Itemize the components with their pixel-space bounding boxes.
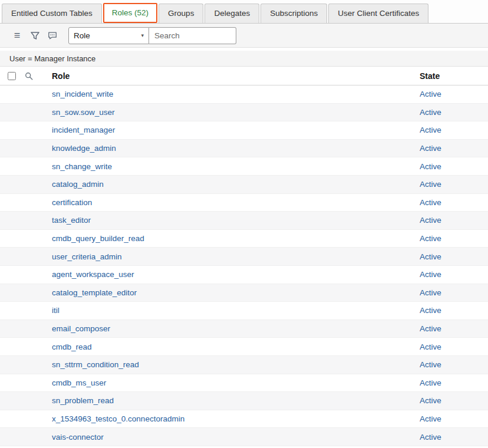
state-cell: Active bbox=[420, 90, 488, 98]
role-link[interactable]: sn_change_write bbox=[52, 162, 112, 171]
state-link[interactable]: Active bbox=[420, 180, 441, 189]
role-link[interactable]: agent_workspace_user bbox=[52, 270, 134, 279]
table-row: cmdb_read Active bbox=[0, 338, 488, 356]
role-cell: catalog_template_editor bbox=[46, 288, 420, 297]
table-row: x_1534963_testco_0.connectoradmin Active bbox=[0, 410, 488, 429]
role-cell: catalog_admin bbox=[46, 180, 420, 189]
funnel-icon bbox=[31, 31, 39, 40]
state-link[interactable]: Active bbox=[420, 144, 441, 153]
state-cell: Active bbox=[420, 378, 488, 387]
role-link[interactable]: sn_incident_write bbox=[52, 90, 113, 98]
role-cell: cmdb_read bbox=[46, 342, 420, 351]
search-column-select[interactable]: Role ▾ bbox=[68, 27, 149, 44]
state-link[interactable]: Active bbox=[420, 324, 441, 333]
role-cell: knowledge_admin bbox=[46, 144, 420, 153]
state-link[interactable]: Active bbox=[420, 342, 441, 351]
state-link[interactable]: Active bbox=[420, 288, 441, 297]
column-header-role[interactable]: Role bbox=[46, 71, 420, 81]
role-link[interactable]: task_editor bbox=[52, 216, 91, 225]
state-cell: Active bbox=[420, 306, 488, 315]
state-cell: Active bbox=[420, 108, 488, 117]
speech-bubble-icon bbox=[48, 31, 57, 40]
select-all-checkbox[interactable] bbox=[8, 72, 16, 80]
role-cell: user_criteria_admin bbox=[46, 252, 420, 261]
tab-delegates[interactable]: Delegates bbox=[205, 4, 259, 23]
state-link[interactable]: Active bbox=[420, 270, 441, 279]
tab-groups[interactable]: Groups bbox=[159, 4, 203, 23]
role-cell: sn_problem_read bbox=[46, 396, 420, 405]
tab-roles[interactable]: Roles (52) bbox=[103, 3, 157, 23]
role-link[interactable]: sn_problem_read bbox=[52, 396, 114, 405]
table-row: sn_sow.sow_user Active bbox=[0, 104, 488, 122]
role-link[interactable]: cmdb_ms_user bbox=[52, 378, 106, 387]
role-cell: email_composer bbox=[46, 324, 420, 333]
filter-icon[interactable] bbox=[26, 27, 44, 44]
role-link[interactable]: catalog_template_editor bbox=[52, 288, 137, 297]
state-link[interactable]: Active bbox=[420, 126, 441, 134]
role-link[interactable]: catalog_admin bbox=[52, 180, 104, 189]
tab-subscriptions[interactable]: Subscriptions bbox=[261, 4, 327, 23]
roles-table: Role State sn_incident_write Active sn_s… bbox=[0, 67, 488, 446]
state-link[interactable]: Active bbox=[420, 252, 441, 261]
chevron-down-icon: ▾ bbox=[141, 32, 144, 38]
table-row: sn_sttrm_condition_read Active bbox=[0, 356, 488, 374]
breadcrumb[interactable]: User = Manager Instance bbox=[9, 54, 95, 63]
state-link[interactable]: Active bbox=[420, 396, 441, 405]
table-row: catalog_template_editor Active bbox=[0, 284, 488, 302]
table-row: sn_change_write Active bbox=[0, 157, 488, 176]
role-link[interactable]: incident_manager bbox=[52, 126, 115, 134]
role-link[interactable]: cmdb_query_builder_read bbox=[52, 234, 144, 243]
role-link[interactable]: knowledge_admin bbox=[52, 144, 116, 153]
column-header-state[interactable]: State bbox=[420, 71, 488, 81]
role-link[interactable]: itil bbox=[52, 306, 60, 315]
role-link[interactable]: x_1534963_testco_0.connectoradmin bbox=[52, 414, 184, 423]
state-link[interactable]: Active bbox=[420, 433, 441, 442]
select-all-cell bbox=[0, 72, 25, 80]
role-link[interactable]: certification bbox=[52, 198, 92, 207]
state-cell: Active bbox=[420, 433, 488, 442]
state-cell: Active bbox=[420, 414, 488, 423]
state-cell: Active bbox=[420, 198, 488, 207]
state-link[interactable]: Active bbox=[420, 360, 441, 369]
table-row: catalog_admin Active bbox=[0, 176, 488, 194]
table-row: email_composer Active bbox=[0, 320, 488, 338]
state-link[interactable]: Active bbox=[420, 108, 441, 117]
state-link[interactable]: Active bbox=[420, 414, 441, 423]
role-link[interactable]: cmdb_read bbox=[52, 342, 92, 351]
column-search-cell[interactable] bbox=[25, 72, 46, 80]
state-link[interactable]: Active bbox=[420, 198, 441, 207]
role-cell: agent_workspace_user bbox=[46, 270, 420, 279]
table-row: certification Active bbox=[0, 194, 488, 212]
role-link[interactable]: vais-connector bbox=[52, 433, 104, 442]
state-link[interactable]: Active bbox=[420, 378, 441, 387]
state-cell: Active bbox=[420, 288, 488, 297]
state-link[interactable]: Active bbox=[420, 216, 441, 225]
table-row: cmdb_ms_user Active bbox=[0, 374, 488, 393]
hamburger-icon: ≡ bbox=[14, 30, 21, 41]
role-link[interactable]: user_criteria_admin bbox=[52, 252, 122, 261]
tab-user-client-certificates[interactable]: User Client Certificates bbox=[328, 4, 428, 23]
search-input[interactable] bbox=[149, 27, 236, 44]
state-link[interactable]: Active bbox=[420, 90, 441, 98]
state-link[interactable]: Active bbox=[420, 306, 441, 315]
role-cell: sn_sttrm_condition_read bbox=[46, 360, 420, 369]
state-cell: Active bbox=[420, 234, 488, 243]
table-row: itil Active bbox=[0, 302, 488, 320]
chat-bubble-icon[interactable] bbox=[44, 27, 61, 44]
role-cell: sn_incident_write bbox=[46, 90, 420, 98]
role-link[interactable]: sn_sow.sow_user bbox=[52, 108, 115, 117]
role-cell: vais-connector bbox=[46, 433, 420, 442]
state-link[interactable]: Active bbox=[420, 162, 441, 171]
role-cell: task_editor bbox=[46, 216, 420, 225]
table-row: vais-connector Active bbox=[0, 428, 488, 446]
state-link[interactable]: Active bbox=[420, 234, 441, 243]
tab-entitled-custom-tables[interactable]: Entitled Custom Tables bbox=[2, 4, 102, 23]
table-header-row: Role State bbox=[0, 67, 488, 85]
role-link[interactable]: email_composer bbox=[52, 324, 110, 333]
list-menu-icon[interactable]: ≡ bbox=[8, 27, 26, 44]
list-toolbar: ≡ Role ▾ bbox=[0, 24, 488, 48]
role-cell: certification bbox=[46, 198, 420, 207]
role-link[interactable]: sn_sttrm_condition_read bbox=[52, 360, 139, 369]
table-row: sn_problem_read Active bbox=[0, 392, 488, 410]
state-cell: Active bbox=[420, 342, 488, 351]
